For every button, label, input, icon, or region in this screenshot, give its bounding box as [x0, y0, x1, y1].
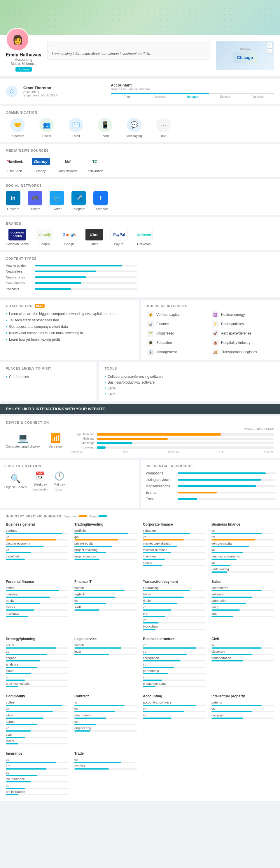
biz-label-aerospace: Aerospace/defense [221, 331, 251, 335]
hero-section [0, 0, 280, 35]
techcrunch-logo: TC [86, 156, 103, 167]
goals-title: GOALS/NEEDS [6, 304, 32, 308]
goldman-logo: GOLDMANSACHS [8, 229, 26, 241]
content-types-title: CONTENT TYPES [6, 257, 274, 260]
industry-item: vc [211, 643, 274, 649]
marketwatch-label: MarketWatch [58, 169, 77, 173]
industry-item: software [211, 592, 274, 598]
conn-bar-high: High end [71, 437, 274, 440]
media-disney: Disney Disney [32, 156, 49, 173]
goals-list: Learn what are the biggest companies own… [6, 311, 133, 343]
social-discord: 🎮 Discord [28, 191, 42, 211]
first-interaction-title: FIRST INTERACTION [4, 464, 135, 468]
resource-track-events [178, 492, 276, 493]
col-title-business-structure: Business structure [143, 637, 206, 641]
social-grid: in LinkedIn 🎮 Discord 🐦 Twitter ✈️ Teleg… [6, 191, 274, 211]
map-placeholder: Chicago Chicago [216, 41, 274, 70]
brand-shopify: shopify Shopify [36, 229, 54, 246]
speed-moderate: Moderate [168, 450, 179, 453]
connection-chart: CONNECTION SPEED Super high end High end… [71, 428, 274, 453]
social-twitter: 🐦 Twitter [49, 191, 64, 211]
discord-label: Discord [30, 207, 40, 211]
resource-label-maps: Maps/directions [145, 484, 175, 488]
industry-item: blockchain [143, 625, 206, 630]
midday-label: Mid day [54, 483, 65, 486]
map-zoom-in[interactable]: + [267, 43, 272, 48]
biz-icon-education: 🎓 [147, 339, 154, 346]
biz-hospitality: 🏨 Hospitality industry [212, 339, 274, 346]
industry-item: vc [74, 599, 137, 604]
map-zoom-out[interactable]: − [267, 49, 272, 54]
tool-crm: CRM [105, 385, 274, 391]
resource-promotions: Promotions [145, 471, 276, 475]
industry-item: vc [6, 650, 69, 655]
industry-item: vc [211, 707, 274, 712]
tool-collab: Collaboration/conferencing software [105, 374, 274, 379]
quote-box: " I am seeking information about sam alt… [47, 41, 210, 60]
industry-col-business-finance: Business finance vc roi venture capital … [211, 522, 274, 574]
biz-icon-transport: 🚚 [212, 348, 219, 355]
industry-item: vc [143, 643, 206, 649]
industry-item: coffee [6, 701, 69, 706]
goal-item-4: Know what companies is elon musk investi… [6, 330, 133, 336]
interaction-midday: 🕛 Mid day 12 pm [54, 471, 65, 491]
comm-social: 👥 Social [35, 118, 58, 137]
interaction-weekday: 📅 Weekday Wednesday [32, 471, 48, 491]
col-title-personal-finance: Personal finance [6, 580, 69, 584]
col-title-corporate-finance: Corporate finance [143, 522, 206, 526]
brand-uber: Uber Uber [85, 229, 103, 246]
speed-label: Very slow [49, 445, 62, 448]
biz-finance: 📊 Finance [147, 320, 209, 328]
industry-item: abc [143, 713, 206, 719]
communication-title: COMMUNICATION [6, 111, 274, 114]
comm-text: ⋯ Text [152, 118, 175, 137]
places-section: PLACES LIKELY TO VISIT Conferences [0, 362, 97, 401]
speed-very-fast: Very fast [264, 450, 274, 453]
tool-erp: ERP [105, 391, 274, 397]
biz-interests-section: BUSINESS INTERESTS 💰 Venture capital ⚛️ … [141, 300, 280, 360]
biz-label-crops: Crops/seed [156, 331, 174, 335]
career-level-associate: Associate [143, 93, 176, 100]
biz-aerospace: 🚀 Aerospace/defense [212, 330, 274, 337]
shopify-label: Shopify [39, 242, 50, 246]
industry-item: procurement [74, 713, 137, 719]
facebook-icon: f [93, 191, 108, 206]
industry-item: erp [6, 764, 69, 770]
industry-item: vc [143, 676, 206, 681]
bar-track-podcasts [35, 288, 137, 290]
comm-label-social: Social [42, 134, 51, 137]
comm-label-in-person: In person [11, 134, 24, 137]
col-title-trade: Trade [74, 751, 137, 755]
content-bar-comparisons: Comparisons [6, 281, 137, 285]
col-title-legal: Legal service [74, 637, 137, 641]
profile-location: Metro, Millennial [6, 62, 41, 66]
speed-slow: Slow [123, 450, 128, 453]
conn-track-mid [97, 442, 274, 444]
industry-item: portfolio [74, 529, 137, 534]
industry-item: automation [211, 599, 274, 604]
goals-section: GOALS/NEEDS BETA Learn what are the bigg… [0, 300, 139, 360]
industry-item: vc [6, 726, 69, 732]
bar-label-newsletters: Newsletters [6, 270, 32, 273]
facebook-label: Facebook [94, 207, 108, 211]
industry-col-legal: Legal service fintech legal [74, 637, 137, 688]
content-bar-how-to: How-to guides [6, 264, 137, 267]
comm-icon-in-person: 🤝 [10, 118, 25, 132]
clock-icon: 🕛 [54, 471, 65, 481]
industry-col-trading: Trading/investing portfolio ipo private … [74, 522, 137, 574]
industry-col-business-general: Business general startups vc circular ec… [6, 522, 69, 574]
comm-icon-social: 👥 [39, 118, 54, 132]
content-types-right [143, 264, 274, 293]
interaction-resources-row: FIRST INTERACTION 🔍 Organic Search 📅 Wee… [0, 460, 280, 508]
industry-item: circular economy [6, 542, 69, 547]
brands-section: BRANDS GOLDMANSACHS Goldman Sachs shopif… [0, 217, 280, 250]
goals-badge: BETA [35, 304, 45, 308]
goal-item-2: Tell tech stack of other sites free [6, 317, 133, 323]
work-right: Accountant Reports to Finance Director E… [111, 83, 274, 100]
avatar-container: 👩 Emily Hathaway Accounting Metro, Mille… [6, 28, 41, 71]
industry-col-finance-it: Finance IT fintech regtech vc swift [74, 580, 137, 631]
bar-label-comparisons: Comparisons [6, 281, 32, 285]
industry-col-intellectual-property: Intellectual property patents vc copyrig… [211, 694, 274, 746]
biz-education: 🎓 Education [147, 339, 209, 346]
industry-item: vc [74, 720, 137, 725]
